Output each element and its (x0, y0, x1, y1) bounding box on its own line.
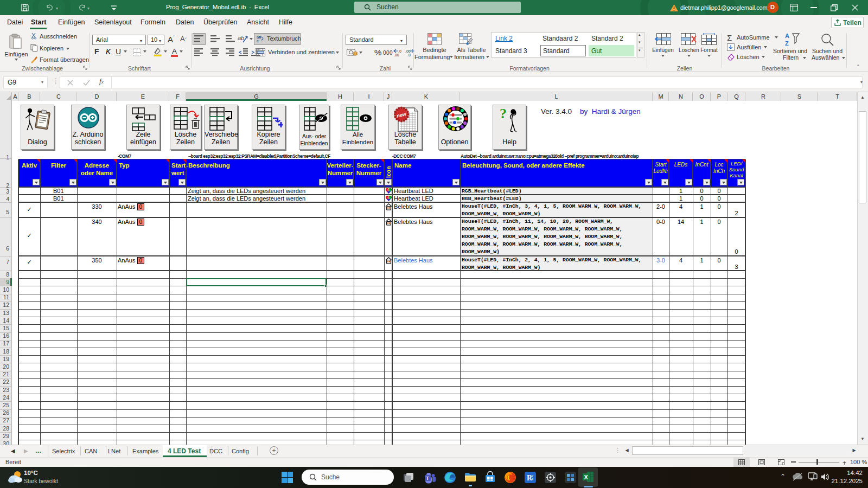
svg-text:.0: .0 (398, 49, 401, 53)
svg-text:Z: Z (785, 40, 789, 47)
svg-text:?: ? (500, 106, 507, 121)
svg-text:c: c (532, 477, 533, 480)
svg-text:.00: .00 (405, 49, 411, 53)
svg-text:A: A (785, 33, 789, 39)
svg-text:ab: ab (238, 35, 244, 41)
svg-text:c: c (257, 38, 259, 43)
svg-text:.0: .0 (407, 53, 411, 57)
svg-text:X: X (584, 474, 589, 480)
svg-text:.00: .00 (394, 53, 399, 57)
svg-text:T: T (426, 476, 430, 481)
